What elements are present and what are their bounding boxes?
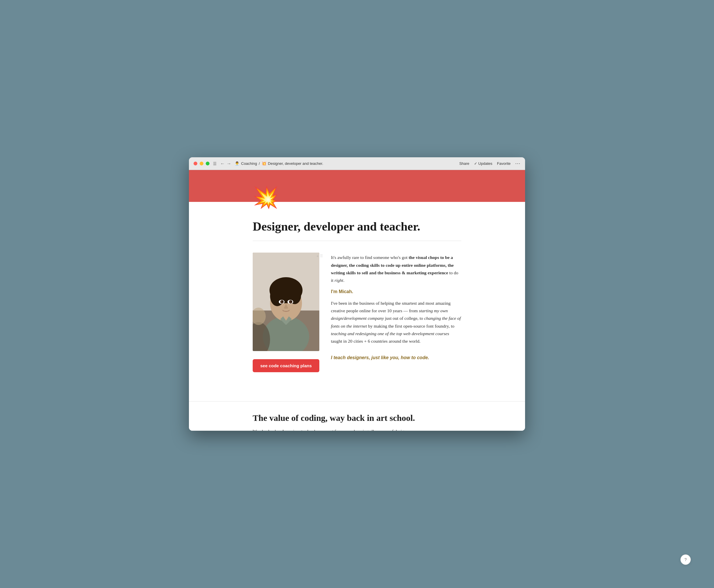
bio-plain2: just out of college, to — [384, 316, 424, 321]
nav-arrows: ← → — [220, 161, 231, 166]
browser-window: ☰ ← → 👨‍💼 Coaching / 💥 Designer, develop… — [189, 157, 525, 431]
profile-photo — [253, 253, 319, 351]
breadcrumb-separator: / — [259, 161, 260, 166]
intro-plain-text: It's awfully rare to find someone who's … — [331, 255, 409, 260]
minimize-button[interactable] — [200, 162, 203, 165]
section2-title: The value of coding, way back in art sch… — [253, 413, 461, 423]
close-button[interactable] — [193, 162, 197, 165]
svg-point-11 — [280, 300, 284, 303]
updates-label: Updates — [478, 161, 492, 166]
help-button[interactable]: ? — [680, 554, 691, 565]
bottom-section: The value of coding, way back in art sch… — [189, 401, 525, 431]
svg-point-12 — [289, 300, 292, 303]
breadcrumb-parent-icon: 👨‍💼 — [235, 161, 239, 166]
page-title: Designer, developer and teacher. — [253, 219, 461, 234]
updates-check-icon: ✓ — [474, 161, 477, 166]
section2-body: Way back when I was in art school, we sp… — [253, 427, 461, 431]
forward-arrow[interactable]: → — [227, 161, 231, 166]
traffic-lights — [193, 162, 209, 165]
right-column: + ⠿ It's awfully rare to find someone wh… — [331, 253, 461, 360]
intro-italic-text: right — [335, 278, 343, 283]
breadcrumb: 👨‍💼 Coaching / 💥 Designer, developer and… — [235, 161, 459, 166]
bio-italic3: teaching and redesigning one of the top … — [331, 331, 449, 336]
breadcrumb-parent-label[interactable]: Coaching — [241, 161, 257, 166]
content-divider — [253, 241, 461, 241]
back-arrow[interactable]: ← — [220, 161, 225, 166]
favorite-button[interactable]: Favorite — [497, 161, 511, 166]
share-button[interactable]: Share — [459, 161, 469, 166]
intro-block: + ⠿ It's awfully rare to find someone wh… — [331, 254, 461, 284]
two-column-layout: see code coaching plans + ⠿ It's awfully… — [253, 253, 461, 372]
left-column: see code coaching plans — [253, 253, 319, 372]
svg-point-14 — [291, 301, 292, 302]
im-micah-text: I'm Micah. — [331, 289, 461, 294]
block-controls: + ⠿ — [317, 254, 323, 258]
hamburger-icon[interactable]: ☰ — [213, 161, 217, 166]
title-bar-actions: Share ✓ Updates Favorite ··· — [459, 161, 521, 167]
hero-banner: 💥 — [189, 170, 525, 202]
drag-handle-icon[interactable]: ⠿ — [320, 254, 323, 258]
updates-button[interactable]: ✓ Updates — [474, 161, 492, 166]
tagline-text: I teach designers, just like you, how to… — [331, 355, 461, 360]
breadcrumb-current-label: Designer, developer and teacher. — [268, 161, 323, 166]
bio-plain4: taught in 20 cities + 6 countries around… — [331, 339, 421, 343]
intro-paragraph: It's awfully rare to find someone who's … — [331, 254, 461, 284]
hero-emoji: 💥 — [253, 187, 279, 208]
svg-point-13 — [282, 301, 283, 302]
maximize-button[interactable] — [206, 162, 209, 165]
bio-paragraph: I've been in the business of helping the… — [331, 299, 461, 345]
page-content: 💥 Designer, developer and teacher. — [189, 170, 525, 431]
breadcrumb-icon2: 💥 — [262, 161, 266, 166]
main-content: Designer, developer and teacher. — [189, 202, 525, 390]
add-block-icon[interactable]: + — [317, 254, 319, 258]
cta-button[interactable]: see code coaching plans — [253, 359, 319, 372]
more-options-button[interactable]: ··· — [515, 161, 521, 167]
intro-end: . — [343, 278, 345, 283]
title-bar: ☰ ← → 👨‍💼 Coaching / 💥 Designer, develop… — [189, 157, 525, 170]
bio-plain3: by making the first open-source font fou… — [367, 323, 454, 329]
